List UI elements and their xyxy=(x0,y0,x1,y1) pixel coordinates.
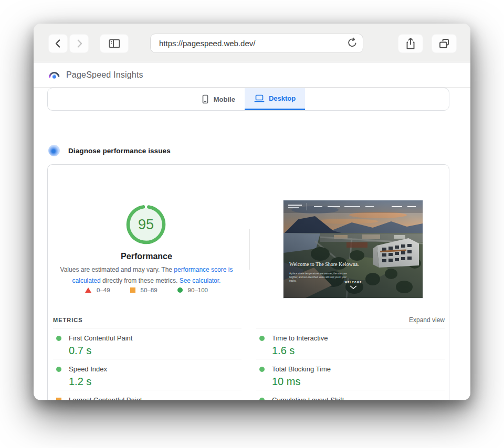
legend-range-average: 50–89 xyxy=(141,287,158,293)
green-circle-icon xyxy=(177,287,183,293)
metric-row-fcp: First Contentful Paint 0.7 s xyxy=(53,328,242,359)
legend-item-good: 90–100 xyxy=(177,287,208,293)
metric-row-speed-index: Speed Index 1.2 s xyxy=(53,359,242,390)
see-calculator-link[interactable]: See calculator. xyxy=(180,277,221,284)
share-icon xyxy=(404,37,417,50)
pagespeed-logo-icon[interactable] xyxy=(47,68,61,82)
performance-label: Performance xyxy=(48,252,245,261)
metric-label: First Contentful Paint xyxy=(69,334,132,342)
thumbnail-body-line2: brighter, and sun-drenched views will st… xyxy=(289,276,347,279)
desktop-background: PageSpeed Insights Mobile Desktop xyxy=(0,0,504,448)
disclaimer-text-2: directly from these metrics. xyxy=(101,277,180,284)
performance-gauge[interactable]: 95 xyxy=(126,205,166,244)
metric-value: 0.7 s xyxy=(69,345,242,357)
metrics-header: METRICS Expand view xyxy=(53,316,445,324)
sidebar-toggle-button[interactable] xyxy=(100,34,129,53)
legend-range-poor: 0–49 xyxy=(97,287,110,293)
orange-square-icon xyxy=(56,398,61,401)
thumbnail-body-line3: tracks. xyxy=(289,280,297,282)
performance-report-card: 95 Performance Values are estimated and … xyxy=(47,164,449,400)
green-dot-icon xyxy=(56,336,61,341)
disclaimer-text: Values are estimated and may vary. The xyxy=(60,266,174,273)
share-button[interactable] xyxy=(398,34,423,53)
vertical-divider xyxy=(249,229,250,270)
metric-row-tbt: Total Blocking Time 10 ms xyxy=(256,359,445,390)
legend-item-average: 50–89 xyxy=(130,287,158,293)
tab-mobile-label: Mobile xyxy=(214,95,235,103)
metric-label: Time to Interactive xyxy=(272,334,328,342)
metrics-column-left: First Contentful Paint 0.7 s Speed Index… xyxy=(53,328,242,400)
metric-row-tti: Time to Interactive 1.6 s xyxy=(256,328,445,359)
address-bar xyxy=(150,34,363,53)
tab-desktop-label: Desktop xyxy=(269,94,296,102)
url-input[interactable] xyxy=(150,34,363,53)
green-dot-icon xyxy=(56,367,61,372)
device-tab-bar: Mobile Desktop xyxy=(47,88,449,111)
metric-value: 1.6 s xyxy=(272,345,445,357)
diagnose-title: Diagnose performance issues xyxy=(68,147,171,155)
desktop-laptop-icon xyxy=(254,94,265,103)
browser-toolbar xyxy=(34,24,470,62)
site-title[interactable]: PageSpeed Insights xyxy=(66,70,143,80)
performance-score: 95 xyxy=(126,205,166,244)
green-dot-icon xyxy=(259,336,265,341)
site-header: PageSpeed Insights xyxy=(34,62,470,88)
metric-label: Cumulative Layout Shift xyxy=(272,396,344,400)
page-screenshot-thumbnail[interactable]: Welcome to The Shore Kelowna. A place wh… xyxy=(283,200,423,298)
metric-row-cls: Cumulative Layout Shift 0 xyxy=(256,390,445,400)
expand-view-link[interactable]: Expand view xyxy=(409,316,445,324)
tab-overview-button[interactable] xyxy=(432,34,457,53)
mobile-phone-icon xyxy=(201,94,209,104)
forward-button[interactable] xyxy=(69,34,89,53)
thumbnail-heading: Welcome to The Shore Kelowna. xyxy=(289,261,359,267)
metric-label: Largest Contentful Paint xyxy=(69,396,142,400)
metric-row-lcp: Largest Contentful Paint 1.3 s xyxy=(53,390,242,400)
metrics-title: METRICS xyxy=(53,317,83,323)
thumbnail-navbar xyxy=(284,200,423,213)
back-button[interactable] xyxy=(48,34,68,53)
legend-range-good: 90–100 xyxy=(188,287,208,293)
tabs-icon xyxy=(437,37,451,50)
thumbnail-cta: WELCOME xyxy=(345,281,362,284)
green-dot-icon xyxy=(259,367,265,372)
metric-value: 1.2 s xyxy=(69,376,242,388)
metric-value: 10 ms xyxy=(272,376,445,388)
score-disclaimer: Values are estimated and may vary. The p… xyxy=(48,264,245,286)
score-legend: 0–49 50–89 90–100 xyxy=(48,287,245,293)
metrics-grid: First Contentful Paint 0.7 s Speed Index… xyxy=(53,328,445,400)
diagnose-section-header: Diagnose performance issues xyxy=(48,145,171,156)
green-dot-icon xyxy=(259,398,265,401)
tab-desktop[interactable]: Desktop xyxy=(245,88,305,110)
tab-mobile[interactable]: Mobile xyxy=(192,88,245,110)
red-triangle-icon xyxy=(85,287,91,293)
browser-window: PageSpeed Insights Mobile Desktop xyxy=(34,24,470,400)
back-icon xyxy=(52,37,65,50)
legend-item-poor: 0–49 xyxy=(85,287,110,293)
orange-square-icon xyxy=(130,287,135,293)
reload-icon[interactable] xyxy=(346,37,358,49)
diagnose-icon xyxy=(48,145,60,156)
metric-label: Speed Index xyxy=(69,365,107,373)
thumbnail-body-line1: A place where temperatures are warmer, t… xyxy=(289,272,347,275)
forward-icon xyxy=(73,37,86,50)
sidebar-icon xyxy=(108,37,121,50)
metric-label: Total Blocking Time xyxy=(272,365,331,373)
metrics-column-right: Time to Interactive 1.6 s Total Blocking… xyxy=(256,328,445,400)
